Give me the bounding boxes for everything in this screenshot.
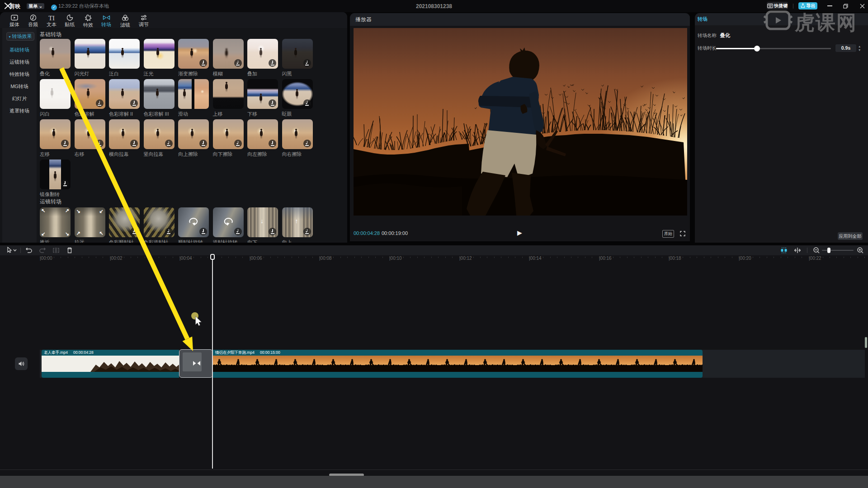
svg-text:TI: TI [48, 14, 55, 21]
